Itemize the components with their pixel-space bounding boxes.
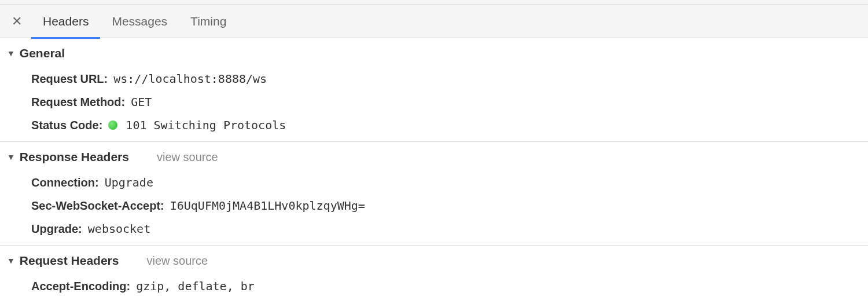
tab-headers[interactable]: Headers	[31, 5, 100, 38]
row-accept-encoding: Accept-Encoding: gzip, deflate, br	[0, 275, 868, 296]
chevron-down-icon[interactable]: ▼	[7, 256, 15, 265]
tab-bar: ✕ Headers Messages Timing	[0, 5, 868, 38]
section-header-response-headers[interactable]: ▼ Response Headers view source	[0, 141, 868, 171]
chevron-down-icon[interactable]: ▼	[7, 152, 15, 162]
label-sec-websocket-accept: Sec-WebSocket-Accept:	[31, 199, 164, 213]
value-accept-encoding: gzip, deflate, br	[136, 279, 255, 293]
label-accept-encoding: Accept-Encoding:	[31, 280, 130, 293]
value-status-code: 101 Switching Protocols	[126, 118, 286, 132]
row-request-method: Request Method: GET	[0, 90, 868, 114]
value-request-method: GET	[131, 95, 152, 109]
label-status-code: Status Code:	[31, 119, 102, 132]
section-header-request-headers[interactable]: ▼ Request Headers view source	[0, 245, 868, 275]
view-source-link[interactable]: view source	[146, 254, 208, 268]
tab-timing[interactable]: Timing	[179, 5, 238, 38]
label-request-url: Request URL:	[31, 72, 108, 86]
tab-messages[interactable]: Messages	[100, 5, 179, 38]
value-upgrade: websocket	[88, 222, 150, 236]
row-status-code: Status Code: 101 Switching Protocols	[0, 114, 868, 137]
row-sec-websocket-accept: Sec-WebSocket-Accept: I6UqUFM0jMA4B1LHv0…	[0, 194, 868, 217]
label-request-method: Request Method:	[31, 96, 125, 109]
row-upgrade: Upgrade: websocket	[0, 217, 868, 240]
status-dot-icon	[108, 120, 117, 130]
value-request-url: ws://localhost:8888/ws	[113, 72, 267, 86]
row-connection: Connection: Upgrade	[0, 171, 868, 194]
section-header-general[interactable]: ▼ General	[0, 38, 868, 67]
label-upgrade: Upgrade:	[31, 222, 82, 236]
section-title-general: General	[20, 46, 65, 60]
view-source-link[interactable]: view source	[157, 151, 218, 164]
label-connection: Connection:	[31, 176, 99, 189]
section-title-request-headers: Request Headers	[20, 254, 119, 268]
row-request-url: Request URL: ws://localhost:8888/ws	[0, 67, 868, 90]
value-connection: Upgrade	[105, 176, 153, 189]
headers-panel: ▼ General Request URL: ws://localhost:88…	[0, 38, 868, 296]
close-icon[interactable]: ✕	[5, 14, 31, 29]
value-sec-websocket-accept: I6UqUFM0jMA4B1LHv0kplzqyWHg=	[170, 199, 365, 213]
section-title-response-headers: Response Headers	[20, 150, 129, 164]
chevron-down-icon[interactable]: ▼	[7, 49, 15, 58]
